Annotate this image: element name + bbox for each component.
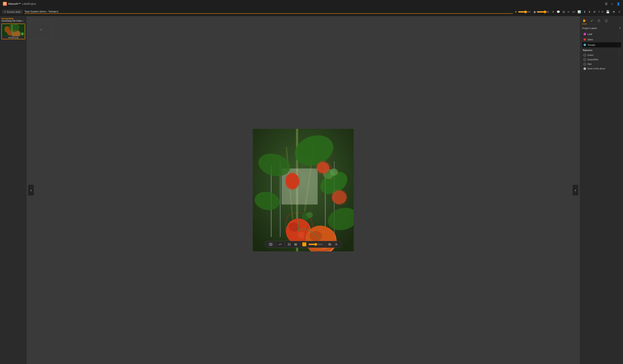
add-image-area[interactable]: + [30,20,52,40]
close-btn[interactable]: ✕ [613,10,615,14]
radio-option-none[interactable]: None of the above ⋮ [583,66,621,71]
label-color-stem [583,38,586,41]
toolbar: ⊙ Reviewer Mode Task System Demo - Tomat… [0,8,623,16]
next-image-btn[interactable]: › [573,185,578,195]
radio-menu-red[interactable]: ⋮ [618,63,620,65]
chart-tool-btn[interactable]: 📊 [578,10,581,14]
label-color-leaf [583,33,586,35]
svg-rect-43 [288,245,290,245]
radio-left-red: Red [583,63,591,65]
tab-pen[interactable] [590,18,594,24]
top-nav-bar: MaxusAI™ LabelEngine ☰ ⌂ 👤 [0,0,623,8]
app-subtitle: LabelEngine [22,2,36,5]
app-logo: MaxusAI™ LabelEngine [3,2,36,6]
ai-icon: AI [269,243,272,246]
sort-mode-section: Sorting Mode Ascending File Order [1,18,25,22]
thumbnail-item[interactable]: ✓ tomato0.png [1,24,25,39]
sync-tool-btn[interactable]: ↺ [552,10,554,14]
brightness-slider[interactable] [518,10,531,13]
ripeness-menu-btn[interactable]: ⋮ [618,49,621,52]
sort-mode-label: Sorting Mode [1,18,25,20]
contrast-icon: ◑ [533,10,535,14]
reviewer-mode-badge[interactable]: ⊙ Reviewer Mode [2,10,22,14]
settings-tool-btn[interactable]: ⚙ [593,10,596,14]
svg-point-24 [330,169,338,176]
label-item-tomato[interactable]: Tomato ⋮ [582,42,621,47]
svg-rect-45 [294,244,297,245]
divider-2 [285,242,285,247]
reviewer-icon: ⊙ [4,11,6,13]
layers-tool-btn[interactable] [287,242,291,247]
opacity-slider[interactable] [309,243,323,246]
task-title: Task System Demo - Tomato's [24,10,513,14]
svg-point-1 [4,3,5,4]
tag-tool-btn[interactable]: 🏷 [572,10,575,13]
radio-option-green[interactable]: Green ⋮ [583,53,621,57]
color-swatch[interactable] [302,242,306,246]
upload-tool-btn[interactable]: ⬆ [583,10,586,14]
stack-tool-btn[interactable] [293,242,298,247]
thumbnail-image: ✓ [2,24,25,36]
home-icon-btn[interactable]: ⌂ [611,2,613,5]
svg-text:AI: AI [270,244,271,245]
top-nav-right: ☰ ⌂ 👤 [605,2,620,6]
label-item-leaf[interactable]: Leaf ⋮ [582,32,621,37]
label-left-tomato: Tomato [583,43,595,46]
tab-history[interactable] [597,18,601,24]
list-view-btn[interactable]: ≡ [601,10,603,14]
annotation-canvas[interactable] [253,129,354,251]
label-left-stem: Stem [583,38,593,41]
label-menu-leaf[interactable]: ⋮ [617,33,619,36]
radio-label-none: None of the above [587,67,605,70]
settings-small-icon [335,243,338,246]
svg-point-50 [336,244,337,245]
ripeness-section: Ripeness ⋮ Green ⋮ Green/Red [583,49,621,71]
save-btn[interactable]: 💾 [606,10,610,14]
svg-point-37 [306,212,313,218]
add-image-plus-icon: + [40,27,42,32]
curve-tool-btn[interactable] [278,242,283,247]
tab-labels[interactable] [582,18,587,24]
label-name-tomato: Tomato [587,43,595,46]
ripeness-title: Ripeness [583,49,592,52]
tab-chat[interactable] [604,18,608,24]
svg-point-51 [583,20,584,21]
bottom-toolbar: AI [265,241,342,248]
radio-menu-green-red[interactable]: ⋮ [618,58,620,61]
svg-point-38 [317,162,329,173]
prev-image-btn[interactable]: ‹ [28,185,34,195]
ai-tool-btn[interactable]: AI [268,242,274,247]
user-icon-btn[interactable]: 👤 [617,2,620,6]
menu-icon-btn[interactable]: ☰ [605,2,607,6]
radio-menu-none[interactable]: ⋮ [618,67,620,70]
brightness-icon: ☀ [515,10,517,14]
settings-tool-small-btn[interactable] [334,242,338,247]
contrast-slider[interactable] [537,10,549,13]
grid-tool-btn[interactable]: ⊞ [563,10,565,14]
confirm-btn[interactable]: ✓ [618,10,621,14]
project-labels-header: Project Labels + [582,26,621,30]
label-menu-stem[interactable]: ⋮ [617,38,619,41]
download-tool-btn[interactable]: ⬇ [588,10,591,14]
sort-mode-value[interactable]: Ascending File Order [1,20,25,22]
logo-icon [3,2,7,6]
brightness-control: ☀ [515,10,531,14]
radio-option-green-red[interactable]: Green/Red ⋮ [583,57,621,62]
contrast-control: ◑ [533,10,549,14]
chat-tool-btn[interactable]: 💬 [557,10,560,14]
radio-option-red[interactable]: Red ⋮ [583,62,621,66]
radio-circle-green-red [583,58,586,61]
right-sidebar: Project Labels + Leaf ⋮ Stem ⋮ [580,16,623,364]
svg-rect-44 [294,243,297,244]
canvas-area: + ‹ › [27,16,580,364]
label-color-tomato [583,43,586,46]
pencil-tool-btn[interactable]: ✏ [567,10,570,14]
label-menu-tomato[interactable]: ⋮ [617,43,619,46]
label-item-stem[interactable]: Stem ⋮ [582,37,621,42]
help-tool-btn[interactable]: ? [598,10,600,13]
radio-label-green: Green [587,54,593,56]
radio-menu-green[interactable]: ⋮ [618,54,620,56]
radio-label-red: Red [587,63,591,65]
visibility-tool-btn[interactable] [327,242,332,246]
add-label-btn[interactable]: + [619,26,621,30]
